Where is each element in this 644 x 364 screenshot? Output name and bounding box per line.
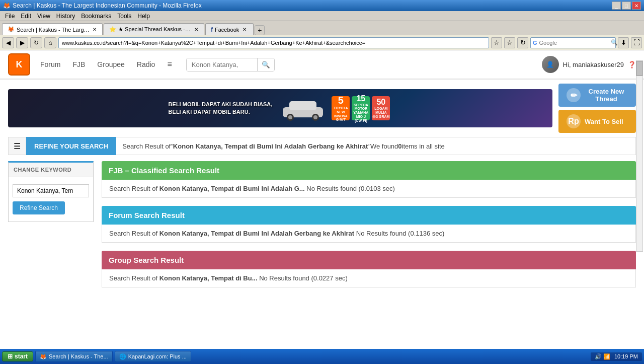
fjb-search-prefix: Search Result of bbox=[109, 185, 159, 192]
forum-search-prefix: Search Result of bbox=[109, 230, 159, 237]
header-search-button[interactable]: 🔍 bbox=[257, 58, 274, 71]
create-thread-icon: ✏ bbox=[567, 88, 581, 102]
tab3-label: Facebook bbox=[215, 27, 239, 33]
tab-search-kaskus[interactable]: 🦊 Search | Kaskus - The Largest Indonesi… bbox=[2, 23, 103, 35]
banner-line1: BELI MOBIL DAPAT AKI SUDAH BIASA, bbox=[169, 101, 273, 108]
forum-result-section: Forum Search Result Search Result of Kon… bbox=[102, 206, 636, 243]
header-search-bar: 🔍 bbox=[186, 58, 275, 71]
menu-file[interactable]: File bbox=[2, 12, 18, 21]
banner-text: BELI MOBIL DAPAT AKI SUDAH BIASA, BELI A… bbox=[165, 97, 277, 120]
address-input[interactable] bbox=[58, 37, 489, 48]
fullscreen-button[interactable]: ⛶ bbox=[631, 37, 642, 48]
content-layout: CHANGE KEYWORD Refine Search FJB – Class… bbox=[8, 161, 636, 296]
search-header-bar: ☰ REFINE YOUR SEARCH Search Result of "K… bbox=[8, 137, 636, 155]
keyword-input[interactable] bbox=[13, 184, 89, 197]
want-to-sell-icon: Rp bbox=[567, 114, 581, 128]
fjb-result-section: FJB – Classified Search Result Search Re… bbox=[102, 161, 636, 198]
kaskus-logo[interactable]: K bbox=[8, 53, 30, 76]
address-bar: ◀ ▶ ↻ ⌂ ☆ ☆ ↻ G 🔍 ⬇ ⛶ bbox=[0, 35, 644, 50]
tab3-favicon: f bbox=[211, 26, 213, 33]
site-header: K Forum FJB Groupee Radio ≡ 🔍 👤 Hi, mani… bbox=[0, 50, 644, 80]
tab-special-thread[interactable]: ⭐ ★ Special Thread Kaskus - REVOLUTIO...… bbox=[104, 23, 204, 35]
create-thread-label: Create New Thread bbox=[585, 88, 628, 103]
menu-help[interactable]: Help bbox=[134, 12, 153, 21]
tab3-close[interactable]: ✕ bbox=[241, 26, 248, 33]
forum-header: Forum Search Result bbox=[102, 206, 636, 225]
group-result-section: Group Search Result Search Result of Kon… bbox=[102, 251, 636, 287]
header-search-input[interactable] bbox=[187, 58, 257, 71]
new-tab-button[interactable]: + bbox=[255, 25, 265, 35]
group-search-prefix: Search Result of bbox=[109, 274, 159, 282]
nav-forum[interactable]: Forum bbox=[40, 60, 60, 68]
result-suffix1: We found bbox=[370, 142, 398, 150]
maximize-button[interactable]: □ bbox=[622, 2, 631, 10]
banner-area: BELI MOBIL DAPAT AKI SUDAH BIASA, BELI A… bbox=[0, 80, 644, 137]
tab2-label: ★ Special Thread Kaskus - REVOLUTIO... bbox=[118, 26, 192, 33]
google-search-input[interactable] bbox=[539, 40, 609, 46]
banner-prizes: 5 TOYOTANEW INNOVAG M/T 15 SEPEDA MOTORY… bbox=[330, 94, 392, 122]
reload-button[interactable]: ↻ bbox=[30, 37, 42, 48]
banner-line2: BELI AKI DAPAT MOBIL BARU. bbox=[169, 108, 273, 116]
result-suffix2: items in all site bbox=[402, 142, 445, 150]
download-button[interactable]: ⬇ bbox=[618, 37, 629, 48]
home-button[interactable]: ⌂ bbox=[44, 37, 56, 48]
more-nav-button[interactable]: ≡ bbox=[167, 60, 172, 69]
nav-fjb[interactable]: FJB bbox=[72, 60, 85, 68]
window-title: Search | Kaskus - The Largest Indonesian… bbox=[13, 2, 202, 9]
tab-facebook[interactable]: f Facebook ✕ bbox=[205, 23, 254, 35]
group-body: Search Result of Konon Katanya, Tempat d… bbox=[102, 269, 636, 287]
fjb-no-results: No Results found (0.0103 sec) bbox=[306, 185, 395, 192]
google-icon: G bbox=[533, 40, 537, 46]
action-buttons: ✏ Create New Thread Rp Want To Sell bbox=[558, 84, 636, 133]
title-bar: 🦊 Search | Kaskus - The Largest Indonesi… bbox=[0, 0, 644, 11]
google-search-icon[interactable]: 🔍 bbox=[611, 39, 618, 46]
refine-your-search-button[interactable]: REFINE YOUR SEARCH bbox=[26, 137, 116, 155]
prize-2: 15 SEPEDA MOTORYAMAHAMIO-J (CW-FI) bbox=[352, 96, 370, 120]
menu-history[interactable]: History bbox=[53, 12, 78, 21]
forward-button[interactable]: ▶ bbox=[16, 37, 28, 48]
main-nav: Forum FJB Groupee Radio ≡ bbox=[40, 60, 172, 69]
user-area: 👤 Hi, maniakaskuser29 ❓ bbox=[542, 56, 636, 73]
sidebar: CHANGE KEYWORD Refine Search bbox=[8, 161, 94, 296]
group-no-results: No Results found (0.0227 sec) bbox=[259, 274, 348, 282]
help-icon[interactable]: ❓ bbox=[628, 61, 636, 68]
user-greeting: Hi, maniakaskuser29 bbox=[563, 61, 624, 68]
scroll-thumb[interactable] bbox=[636, 61, 642, 76]
scrollbar[interactable] bbox=[636, 60, 643, 252]
menu-view[interactable]: View bbox=[34, 12, 53, 21]
logo-text: K bbox=[16, 59, 23, 70]
bookmark-star[interactable]: ☆ bbox=[491, 37, 502, 48]
sidebar-panel: CHANGE KEYWORD Refine Search bbox=[8, 161, 94, 222]
menu-bar: File Edit View History Bookmarks Tools H… bbox=[0, 11, 644, 21]
hamburger-button[interactable]: ☰ bbox=[8, 137, 26, 155]
want-to-sell-label: Want To Sell bbox=[585, 118, 623, 125]
minimize-button[interactable]: _ bbox=[612, 2, 621, 10]
results-area: FJB – Classified Search Result Search Re… bbox=[102, 161, 636, 296]
back-button[interactable]: ◀ bbox=[2, 37, 14, 48]
forum-no-results: No Results found (0.1136 sec) bbox=[356, 230, 445, 237]
nav-radio[interactable]: Radio bbox=[137, 60, 155, 68]
tab2-close[interactable]: ✕ bbox=[194, 26, 199, 33]
want-to-sell-button[interactable]: Rp Want To Sell bbox=[558, 110, 636, 133]
forum-body: Search Result of Konon Katanya, Tempat d… bbox=[102, 225, 636, 243]
create-thread-button[interactable]: ✏ Create New Thread bbox=[558, 84, 636, 107]
ssl-indicator[interactable]: ↻ bbox=[517, 37, 528, 48]
menu-edit[interactable]: Edit bbox=[18, 12, 34, 21]
nav-groupee[interactable]: Groupee bbox=[97, 60, 124, 68]
result-count: 0 bbox=[398, 142, 401, 150]
tab1-close[interactable]: ✕ bbox=[92, 26, 97, 33]
close-button[interactable]: ✕ bbox=[632, 2, 641, 10]
result-query-bold: Konon Katanya, Tempat di Bumi Ini Adalah… bbox=[173, 142, 368, 150]
menu-tools[interactable]: Tools bbox=[114, 12, 134, 21]
fjb-keyword: Konon Katanya, Tempat di Bumi Ini Adalah… bbox=[159, 185, 305, 192]
menu-bookmarks[interactable]: Bookmarks bbox=[78, 12, 114, 21]
user-avatar[interactable]: 👤 bbox=[542, 56, 559, 73]
svg-point-4 bbox=[288, 115, 292, 119]
title-bar-favicon: 🦊 bbox=[3, 2, 11, 9]
car-silhouette bbox=[280, 94, 326, 122]
bookmark-star2[interactable]: ☆ bbox=[504, 37, 515, 48]
tab1-label: Search | Kaskus - The Largest Indonesia.… bbox=[17, 27, 90, 33]
forum-keyword: Konon Katanya, Tempat di Bumi Ini Adalah… bbox=[159, 230, 354, 237]
refine-search-button[interactable]: Refine Search bbox=[13, 201, 65, 214]
change-keyword-title: CHANGE KEYWORD bbox=[9, 163, 93, 177]
